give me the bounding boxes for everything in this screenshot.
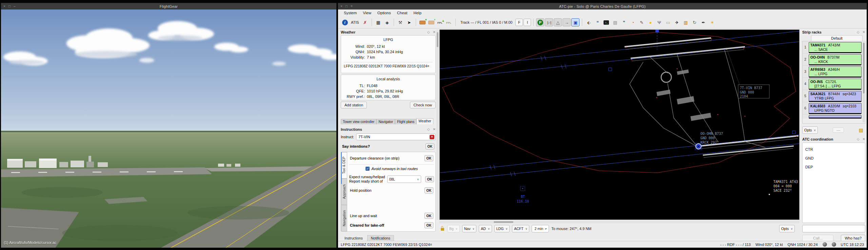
radar-vertical-scrollbar[interactable]	[436, 29, 439, 220]
minimize-icon[interactable]: –	[14, 3, 16, 9]
radar-antenna-toggle[interactable]: △	[554, 18, 562, 26]
solo-pointer-icon[interactable]: ➤	[405, 18, 413, 26]
tab-taxi-dep[interactable]: Taxi & DEP	[341, 152, 347, 179]
menu-system[interactable]: System	[341, 9, 360, 17]
radar-scope[interactable]: BT 116.10 7T-VIN B737 GND 000 2104 OO-OH…	[439, 29, 800, 220]
expect-runway-ok-button[interactable]: OK	[425, 176, 434, 182]
flight-strip-afr6563[interactable]: AFR6563A346/H ... LFPG	[809, 66, 862, 78]
speed-vector-time-stepper[interactable]: 2 min	[532, 225, 549, 232]
check-now-button[interactable]: Check now	[410, 102, 436, 108]
radar-options-select[interactable]: Opts	[779, 225, 795, 232]
flight-level-toggle[interactable]: F	[515, 19, 523, 26]
clear-input-icon[interactable]	[430, 135, 434, 139]
tab-navigation[interactable]: Navigation	[341, 205, 347, 231]
add-station-button[interactable]: Add station	[341, 102, 367, 108]
flightgear-3d-view[interactable]: (1) Aircraft/ufo/Models/cursor.ac	[1, 9, 336, 248]
line-up-wait-ok-button[interactable]: OK	[425, 213, 433, 219]
strip-search-icon[interactable]: ▭	[664, 18, 672, 26]
radar-contact-tam4371[interactable]: TAM4371 AT43 004 = 000 SACE 232°	[769, 180, 798, 195]
parking-toggle[interactable]: P	[536, 18, 544, 26]
ad-layer-select[interactable]: AD	[479, 225, 492, 232]
marker-pen-icon[interactable]: ✒	[699, 18, 707, 26]
flight-strip-tam4371[interactable]: TAM4371AT43/M ... SACE	[809, 42, 862, 53]
close-panel-icon[interactable]: ✕	[433, 127, 436, 131]
atis-dismiss-icon[interactable]: ✗	[361, 18, 369, 26]
close-panel-icon[interactable]: ✕	[863, 137, 865, 141]
tab-navigator[interactable]: Navigator	[376, 119, 395, 124]
say-intentions-ok-button[interactable]: OK	[426, 143, 434, 149]
close-icon[interactable]: ×	[340, 3, 342, 9]
departure-clearance-ok-button[interactable]: OK	[425, 155, 433, 161]
fpl-document-icon[interactable]: ▤	[611, 18, 619, 26]
fpl-list-button[interactable]: FPL	[445, 18, 453, 26]
avoid-runways-checkbox[interactable]	[366, 167, 370, 171]
menu-options[interactable]: Options	[374, 9, 394, 17]
menu-view[interactable]: View	[360, 9, 374, 17]
lock-icon[interactable]	[441, 228, 444, 231]
rack-options-select[interactable]: Opts	[802, 126, 818, 134]
info-button[interactable]: i	[341, 18, 349, 26]
atis-button[interactable]: ATIS	[350, 18, 360, 26]
flightgear-titlebar[interactable]: × □ – FlightGear	[1, 3, 336, 10]
text-chat-icon[interactable]: ❞	[620, 18, 628, 26]
ias-toggle[interactable]: I	[524, 19, 531, 26]
console-button[interactable]: >_	[602, 18, 610, 26]
atc-text-message-input[interactable]	[802, 225, 865, 232]
cpdlc-icon[interactable]: ❝	[593, 18, 601, 26]
calculator-icon[interactable]: ▦	[374, 18, 382, 26]
refresh-loop-icon[interactable]: ↻	[690, 18, 698, 26]
delete-strip-button[interactable]: —	[833, 127, 844, 133]
maximize-icon[interactable]: □	[8, 3, 11, 9]
nav-layer-select[interactable]: Nav	[462, 225, 477, 232]
weather-icon[interactable]: ☀	[708, 18, 716, 26]
traffic-aircraft-icon[interactable]: ✈	[673, 18, 681, 26]
who-has-button[interactable]: Who has?	[841, 235, 865, 242]
rack-tab-default[interactable]: Default	[811, 35, 863, 41]
radar-contact-7t-vin[interactable]: 7T-VIN B737 GND 000 2104	[726, 48, 770, 99]
maximize-icon[interactable]: □	[346, 3, 348, 9]
call-button[interactable]: Call...	[802, 235, 833, 242]
settings-tools-icon[interactable]: ⚒	[396, 18, 405, 26]
flight-strip-partial[interactable]	[809, 115, 862, 119]
rack-scrollbar[interactable]	[863, 42, 865, 123]
menu-cheat[interactable]: Cheat	[394, 9, 411, 17]
new-linked-strip-button[interactable]	[427, 18, 435, 26]
flight-strip-oo-ins[interactable]: OO-INSC172/L [27:54↓] ... LFPG	[809, 79, 862, 90]
atcpie-titlebar[interactable]: × □ = ATC-pie - Solo @ Paris Charles De …	[338, 3, 867, 10]
tab-weather[interactable]: Weather	[416, 118, 433, 124]
float-panel-icon[interactable]: ◇	[857, 30, 860, 34]
notepad-icon[interactable]: ✎	[637, 18, 646, 26]
tab-tower-view-controller[interactable]: Tower view controller	[341, 119, 376, 124]
heading-compass-icon[interactable]: ◈	[383, 18, 391, 26]
tab-flight-plans[interactable]: Flight plans	[395, 119, 416, 124]
radio-antenna-icon[interactable]: Ψ	[655, 18, 663, 26]
lightbulb-button[interactable]: ●	[646, 18, 654, 26]
ldg-layer-select[interactable]: LDG	[494, 225, 510, 232]
close-panel-icon[interactable]: ✕	[863, 30, 865, 34]
tower-view-toggle[interactable]: ▣	[571, 18, 579, 26]
float-panel-icon[interactable]: ◇	[857, 137, 860, 141]
rack-view-icon[interactable]: ▥	[682, 18, 690, 26]
runway-select[interactable]: 08L	[387, 175, 421, 183]
radar-contact-oo-ohn-selected[interactable]: OO-OHN B737 GND 000 KRCK 297°	[695, 132, 723, 150]
minimize-icon[interactable]: =	[351, 3, 353, 9]
flight-strip-oo-ohn[interactable]: OO-OHNB737/M ... KRCK	[809, 54, 862, 65]
float-panel-icon[interactable]: ◇	[427, 30, 430, 34]
atc-position-dep[interactable]: DEP	[805, 163, 862, 171]
close-icon[interactable]: ×	[3, 3, 5, 9]
atc-position-ctr[interactable]: CTR	[805, 145, 862, 154]
route-vectors-toggle[interactable]: →	[563, 18, 571, 26]
atc-position-gnd[interactable]: GND	[805, 154, 862, 163]
flight-strip-saa3621[interactable]: SAA3621B744/Hsq=3423 YTRB LFPG	[809, 91, 862, 102]
radar-horizontal-scrollbar[interactable]	[439, 221, 800, 223]
background-layer-select[interactable]: Bg	[447, 225, 460, 232]
runway-occupation-toggle[interactable]: [↓↑]	[545, 18, 553, 26]
cleared-takeoff-ok-button[interactable]: OK	[425, 222, 433, 228]
instruct-callsign-input[interactable]	[356, 133, 436, 140]
new-strip-button[interactable]	[418, 18, 427, 26]
rack-icon[interactable]: ▤	[859, 127, 863, 133]
tab-approach[interactable]: Approach	[341, 179, 347, 205]
menu-help[interactable]: Help	[410, 9, 425, 17]
teacher-session-icon[interactable]: ⬖	[585, 18, 593, 26]
hold-position-ok-button[interactable]: OK	[425, 187, 433, 193]
